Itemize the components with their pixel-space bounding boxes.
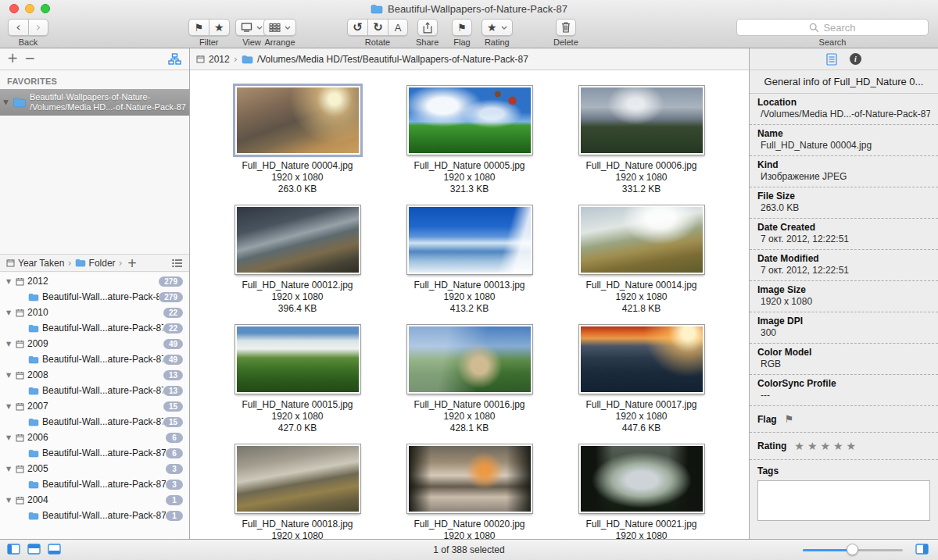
disclosure-triangle-icon[interactable]: ▼ <box>6 497 16 504</box>
tags-field-label: Tags <box>757 465 930 476</box>
thumbnail-image[interactable] <box>235 444 360 513</box>
star-icon: ★ <box>487 21 497 34</box>
thumbnail-image[interactable] <box>579 205 704 274</box>
add-grouping-button[interactable]: + <box>127 256 138 270</box>
tree-folder-row[interactable]: Beautiful-Wall...ature-Pack-87 13 <box>0 383 189 398</box>
tree-year-row[interactable]: ▼ 2012 279 <box>0 273 189 289</box>
tree-year-row[interactable]: ▼ 2004 1 <box>0 492 189 508</box>
info-icon[interactable]: i <box>850 53 861 65</box>
thumbnail-image[interactable] <box>235 86 360 155</box>
thumbnail-image[interactable] <box>407 86 532 155</box>
status-bar: 1 of 388 selected <box>0 539 938 560</box>
tree-folder-row[interactable]: Beautiful-Wall...ature-Pack-87 1 <box>0 508 189 523</box>
titlebar[interactable]: Beautiful-Wallpapers-of-Nature-Pack-87 <box>0 0 938 17</box>
count-badge: 1 <box>166 511 183 521</box>
tree-year-row[interactable]: ▼ 2008 13 <box>0 367 189 383</box>
pathbar-year[interactable]: 2012 <box>209 54 230 65</box>
thumbnail-cell[interactable]: Full_HD_Nature 00021.jpg 1920 x 1080 <box>573 444 711 539</box>
arrange-dropdown[interactable] <box>263 19 296 36</box>
thumbnail-cell[interactable]: Full_HD_Nature 00015.jpg 1920 x 1080 427… <box>229 325 367 434</box>
thumbnail-filename: Full_HD_Nature 00006.jpg <box>585 160 696 172</box>
rating-stars[interactable]: ★★★★★ <box>794 440 859 452</box>
remove-favorite-button[interactable]: − <box>22 50 38 66</box>
disclosure-triangle-icon[interactable]: ▼ <box>6 403 16 410</box>
thumbnail-cell[interactable]: Full_HD_Nature 00006.jpg 1920 x 1080 331… <box>573 86 711 195</box>
delete-button[interactable] <box>556 19 576 36</box>
disclosure-triangle-icon[interactable]: ▼ <box>6 434 16 441</box>
tree-folder-row[interactable]: Beautiful-Wall...ature-Pack-87 22 <box>0 320 189 336</box>
disclosure-triangle-icon[interactable]: ▼ <box>6 341 16 348</box>
share-label: Share <box>416 37 439 47</box>
rotate-cw-button[interactable]: ↻ <box>367 19 388 36</box>
thumbnail-cell[interactable]: Full_HD_Nature 00014.jpg 1920 x 1080 421… <box>573 205 711 315</box>
document-info-icon[interactable] <box>826 53 837 66</box>
inspector-field: Image Size 1920 x 1080 <box>750 281 938 312</box>
thumbnail-cell[interactable]: Full_HD_Nature 00018.jpg 1920 x 1080 <box>229 444 367 539</box>
favorites-header: FAVORITES <box>7 77 189 86</box>
filter-flag-button[interactable]: ⚑ <box>188 19 209 36</box>
pathbar-path[interactable]: /Volumes/Media HD/Test/Beautiful-Wallpap… <box>257 54 528 65</box>
share-button[interactable] <box>417 19 438 36</box>
thumbnail-filesize: 421.8 KB <box>585 303 696 315</box>
disclosure-triangle-icon[interactable]: ▼ <box>6 372 16 379</box>
thumbnail-image[interactable] <box>407 325 532 394</box>
grouping-crumb-year[interactable]: Year Taken <box>18 258 64 269</box>
favorite-item[interactable]: ▼ Beautiful-Wallpapers-of-Nature- /Volum… <box>0 89 189 116</box>
rotate-ccw-button[interactable]: ↺ <box>347 19 367 36</box>
thumbnail-image[interactable] <box>579 444 704 513</box>
thumbnail-cell[interactable]: Full_HD_Nature 00005.jpg 1920 x 1080 321… <box>401 86 539 195</box>
calendar-icon <box>196 55 205 63</box>
thumbnail-cell[interactable]: Full_HD_Nature 00012.jpg 1920 x 1080 396… <box>229 205 367 315</box>
tree-year-row[interactable]: ▼ 2009 49 <box>0 336 189 351</box>
thumbnail-image[interactable] <box>407 205 532 274</box>
tree-folder-row[interactable]: Beautiful-Wall...ature-Pack-87 49 <box>0 351 189 367</box>
back-button[interactable]: ‹ <box>8 19 28 36</box>
tree-year-row[interactable]: ▼ 2010 22 <box>0 305 189 320</box>
chevron-down-icon <box>285 26 291 30</box>
thumbnail-cell[interactable]: Full_HD_Nature 00016.jpg 1920 x 1080 428… <box>401 325 539 434</box>
trash-icon <box>561 22 571 33</box>
zoom-slider[interactable] <box>803 547 903 553</box>
field-label: Image Size <box>757 284 930 296</box>
zoom-slider-thumb[interactable] <box>847 544 858 555</box>
search-input[interactable] <box>737 20 928 35</box>
rating-dropdown[interactable]: ★ <box>482 19 513 36</box>
thumbnail-filesize: 447.6 KB <box>585 423 696 434</box>
forward-button[interactable]: › <box>28 19 48 36</box>
disclosure-triangle-icon[interactable]: ▼ <box>6 278 16 285</box>
thumbnail-cell[interactable]: Full_HD_Nature 00017.jpg 1920 x 1080 447… <box>573 325 711 434</box>
inspector-title: General info of Full_HD_Nature 0... <box>750 70 938 94</box>
filter-star-button[interactable]: ★ <box>209 19 230 36</box>
tree-year-row[interactable]: ▼ 2005 3 <box>0 461 189 476</box>
add-favorite-button[interactable]: + <box>5 50 20 66</box>
search-group: Search Search <box>736 19 929 47</box>
tags-input[interactable] <box>757 480 930 521</box>
grouping-crumb-folder[interactable]: Folder <box>89 258 116 269</box>
tree-folder-row[interactable]: Beautiful-Wall...ature-Pack-87 279 <box>0 289 189 305</box>
thumbnail-image[interactable] <box>579 86 704 155</box>
thumbnail-image[interactable] <box>235 205 360 274</box>
thumbnail-cell[interactable]: Full_HD_Nature 00013.jpg 1920 x 1080 413… <box>401 205 539 315</box>
disclosure-triangle-icon[interactable]: ▼ <box>3 98 13 106</box>
disclosure-triangle-icon[interactable]: ▼ <box>6 465 16 473</box>
thumbnail-cell[interactable]: Full_HD_Nature 00004.jpg 1920 x 1080 263… <box>229 86 367 195</box>
tree-year-row[interactable]: ▼ 2006 6 <box>0 430 189 445</box>
hierarchy-view-icon[interactable] <box>168 53 181 65</box>
list-view-icon[interactable] <box>172 259 183 268</box>
flag-button[interactable]: ⚑ <box>452 19 472 36</box>
toggle-right-panel-icon[interactable] <box>915 544 929 555</box>
tree-year-label: 2006 <box>27 432 166 443</box>
thumbnail-image[interactable] <box>579 325 704 394</box>
tree-year-row[interactable]: ▼ 2007 15 <box>0 398 189 414</box>
tree-folder-row[interactable]: Beautiful-Wall...ature-Pack-87 15 <box>0 414 189 430</box>
thumbnail-cell[interactable]: Full_HD_Nature 00020.jpg 1920 x 1080 <box>401 444 539 539</box>
tree-folder-label: Beautiful-Wall...ature-Pack-87 <box>42 448 166 458</box>
thumbnail-image[interactable] <box>407 444 532 513</box>
tree-folder-row[interactable]: Beautiful-Wall...ature-Pack-87 6 <box>0 445 189 461</box>
thumbnail-filesize: 427.0 KB <box>242 423 353 434</box>
flag-icon[interactable]: ⚑ <box>785 413 794 425</box>
tree-folder-row[interactable]: Beautiful-Wall...ature-Pack-87 3 <box>0 476 189 492</box>
autorotate-button[interactable]: A <box>388 19 408 36</box>
disclosure-triangle-icon[interactable]: ▼ <box>6 309 16 316</box>
thumbnail-image[interactable] <box>235 325 360 394</box>
